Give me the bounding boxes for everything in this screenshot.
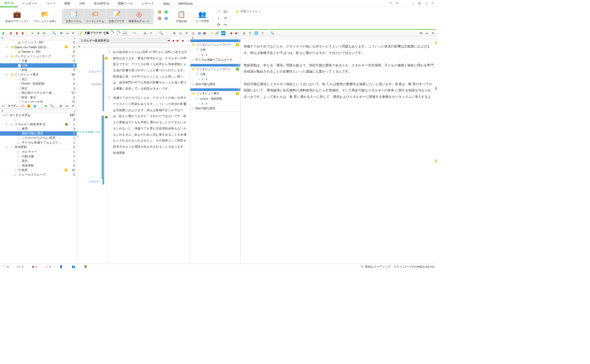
new-code-icon[interactable]: ⊕ <box>44 103 48 108</box>
search-icon[interactable]: 🔍 <box>50 103 54 108</box>
zoom-out-icon[interactable]: 🔍⁻ <box>110 31 115 35</box>
zoom-in-icon[interactable]: 🔍⁺ <box>117 31 121 35</box>
code-selector[interactable]: エネルギー政策基本法 <box>78 38 171 43</box>
code-tree-row[interactable]: ⬭フォーカスグループ0 <box>0 172 77 177</box>
tab-stats[interactable]: Stats <box>158 0 174 6</box>
excel-icon[interactable]: X <box>248 31 253 35</box>
chevron-down-icon[interactable]: ⌄ <box>412 1 415 6</box>
sparkle-icon[interactable]: ✦ <box>211 31 214 35</box>
tag-red-icon[interactable]: 🏷 <box>21 103 25 108</box>
segment-block[interactable]: 0📁インタビュー東京📄Unicef - 気候変動⌐4 - 4⬭持続可能な環境 <box>190 88 240 111</box>
new-folder-icon[interactable]: ⊕ <box>42 31 46 35</box>
tab-import[interactable]: インポート <box>18 0 42 7</box>
code-tree-row[interactable]: ▼⬭気候変動5 <box>0 145 77 150</box>
undock-icon[interactable]: ⧉ <box>419 31 423 35</box>
undo-icon[interactable]: ↶ <box>389 1 392 6</box>
import-icon[interactable]: ⇥ <box>30 31 35 35</box>
doc-tree-row[interactable]: ▦Tweets 1 - 6910 <box>0 50 77 54</box>
maximize-icon[interactable]: ▭ <box>178 31 183 35</box>
close-icon[interactable]: ✕ <box>71 31 75 35</box>
code-tree-row[interactable]: ▼→⬭エネルギー政策基本法1 <box>0 122 77 127</box>
code-2-icon[interactable]: ◆⁺ <box>235 31 239 35</box>
segment-block[interactable]: 0📁インタビューニューヨーク📄七海⌐2 - 2⬭持続可能な環境 <box>190 64 240 87</box>
zoom-100-icon[interactable]: 100 <box>123 31 127 35</box>
code-tree-row[interactable]: ⬭教育3 <box>0 127 77 131</box>
search-icon[interactable]: 🔍 <box>270 31 275 35</box>
mini-1-icon[interactable]: 📄 <box>216 9 222 14</box>
new-doc-icon[interactable]: ⊕ <box>36 31 40 35</box>
doc-tree-row[interactable]: →📄和実5 <box>0 68 77 73</box>
grid-icon[interactable]: ▦ <box>33 103 37 108</box>
document-tree[interactable]: ▦ツイート 1 - 6910▼📁Daten von Twitter (09.02… <box>0 40 77 103</box>
web-icon[interactable]: 🌐 <box>254 31 258 35</box>
print-icon[interactable]: 🖨 <box>143 31 147 35</box>
tab-visual[interactable]: 図解ツール <box>114 0 137 7</box>
document-paragraph[interactable]: 1めの経済的コストは GDP の 5% から 10% に達する可能性があります。… <box>109 49 188 92</box>
mini-5-icon[interactable]: ⟳ <box>216 22 222 27</box>
document-paragraph[interactable]: 2保健ケアが十分でないとか、クオリテイの低い公共サービスという問題もあります。こ… <box>109 95 188 156</box>
undock-icon[interactable]: ⧉ <box>59 31 63 35</box>
doc-tree-row[interactable]: ▼📁インタビューニューヨーク17 <box>0 54 77 59</box>
tab-reports[interactable]: レポート <box>137 0 158 7</box>
segment-list[interactable]: 0📁インタビューニューヨーク📄七海⌐2 - 2⬭不十分な保健ケアおよびクオ…0📁… <box>190 39 240 264</box>
matrix-icon[interactable]: ▦ <box>203 31 206 35</box>
activate-docs-icon[interactable]: ▮ <box>9 31 13 35</box>
code-tree-row[interactable]: ⬭責任1 <box>0 159 77 164</box>
search-icon[interactable]: 🔍 <box>52 31 56 35</box>
external-files-button[interactable]: 📁 外部ファイル ▾ <box>234 9 263 14</box>
undock-icon[interactable]: ⧉ <box>59 103 63 108</box>
export-icon[interactable]: ↗ <box>149 31 153 35</box>
doc-system-button[interactable]: 📑 文書システム <box>64 9 83 24</box>
undock-icon[interactable]: ⧉ <box>172 31 177 35</box>
mini-6-icon[interactable]: ↪ <box>222 22 228 27</box>
doc-tree-row[interactable]: →📄郁也 - 東京0 <box>0 95 77 100</box>
close-icon[interactable]: ✕ <box>431 31 435 35</box>
code-tree[interactable]: ▼🏷コードシステム127⬭0▼→⬭エネルギー政策基本法1⬭教育3→⬭持続可能な環… <box>0 113 77 263</box>
doc-tree-row[interactable]: ▼📁インタビュー東京98 <box>0 73 77 77</box>
layout-1-icon[interactable]: ▦ <box>157 9 162 14</box>
tab-analysis[interactable]: 分析 <box>75 0 89 7</box>
segment-icon[interactable]: ◎ <box>192 31 195 35</box>
code-tree-row[interactable]: →⬭不十分な保健ケアおよびク…1 <box>0 141 77 145</box>
work-log-button[interactable]: 📋 作業記録 <box>174 9 188 24</box>
code-add-icon[interactable]: ◆⁺ <box>176 39 180 42</box>
layout-3-icon[interactable]: ▦ <box>157 15 162 21</box>
doc-tree-row[interactable]: →📄エネルギー会議29 <box>0 100 77 103</box>
doc-tree-row[interactable]: ▦ツイート 1 - 6910 <box>0 40 77 45</box>
tab-codes[interactable]: コード <box>42 0 60 7</box>
doc-tree-row[interactable]: ▼📁Daten von Twitter (09.02…0 <box>0 45 77 50</box>
search-icon[interactable]: 🔍 <box>159 31 163 35</box>
reset-icon[interactable]: ▮ <box>15 31 19 35</box>
doc-icon[interactable]: ▮ <box>1 31 5 35</box>
user-mgmt-button[interactable]: 👥 ユーザ管理 <box>194 9 210 24</box>
doc-tree-row[interactable]: →📄Unicef - 気候変動8 <box>0 82 77 86</box>
print-icon[interactable]: 🖨 <box>242 31 246 35</box>
maximize-icon[interactable]: ▭ <box>65 103 69 108</box>
layout-2-icon[interactable]: ▦ <box>163 9 169 14</box>
retrieved-segments-button[interactable]: ◎ 検索済セグメント <box>127 9 151 24</box>
maximize-icon[interactable]: ▭ <box>65 31 69 35</box>
doc-tree-row[interactable]: →📄我が国のエネルギー政…57 <box>0 91 77 95</box>
mini-2-icon[interactable]: 🏷 <box>222 9 228 14</box>
close-icon[interactable]: ✕ <box>184 31 189 35</box>
tab-variables[interactable]: 変数 <box>60 0 75 7</box>
doc-tree-row[interactable]: →📄千夏3 <box>0 59 77 63</box>
code-remove-icon[interactable]: ◆⁻ <box>182 39 186 42</box>
mini-4-icon[interactable]: ↗ <box>222 15 228 21</box>
maximize-icon[interactable]: ▭ <box>425 31 429 35</box>
table-icon[interactable]: ▦ <box>198 31 201 35</box>
smile-icon[interactable]: ☺ <box>424 1 428 6</box>
link-icon[interactable]: 🔗 <box>215 31 219 35</box>
tab-home[interactable]: ホーム <box>0 0 18 7</box>
doc-tree-row[interactable]: →📄克己1 <box>0 77 77 82</box>
mini-3-icon[interactable]: ↓ <box>216 15 222 21</box>
code-tree-row[interactable]: ⬭行動主義1 <box>0 154 77 159</box>
code-tree-root[interactable]: ▼🏷コードシステム127 <box>0 113 77 118</box>
doc-browser-button[interactable]: 📝 文書ブラウザ <box>107 9 126 24</box>
tab-mixed[interactable]: 混合研究法 <box>89 0 113 7</box>
code-tree-row[interactable]: ⬭0 <box>0 118 77 122</box>
document-content[interactable]: 1めの経済的コストは GDP の 5% から 10% に達する可能性があります。… <box>107 48 190 264</box>
gear-icon[interactable]: ⚙ <box>418 1 421 6</box>
doc-tree-row[interactable]: →📄七海9 <box>0 63 77 68</box>
code-system-button[interactable]: 🏷 コードシステム <box>84 9 106 24</box>
